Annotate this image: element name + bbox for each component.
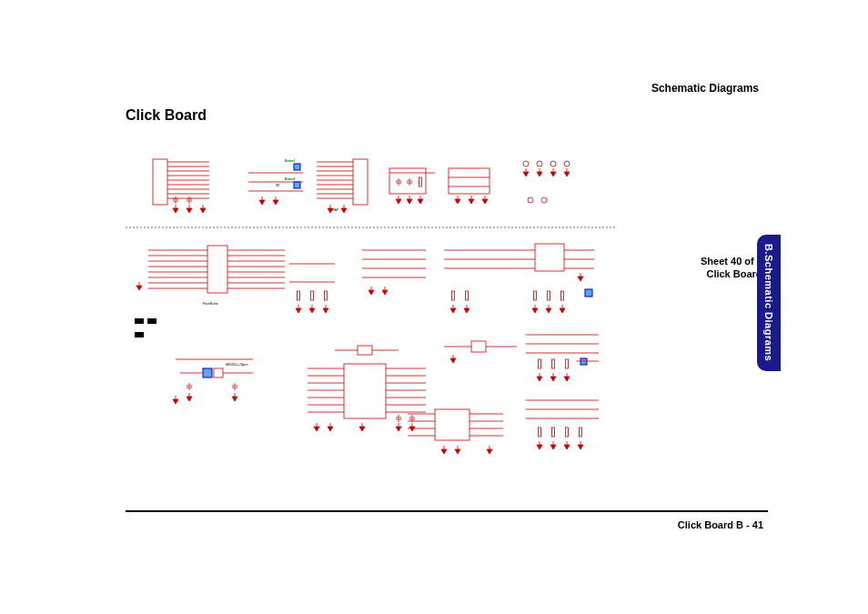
ic-u1: Place/Button [135, 246, 285, 337]
connector-j1 [153, 159, 209, 213]
svg-rect-9 [153, 159, 167, 205]
svg-rect-114 [471, 341, 486, 352]
mounting-holes [523, 161, 570, 203]
ic-u4 [408, 409, 503, 454]
net-block-mid2 [444, 250, 508, 313]
ic-u5 [444, 341, 517, 363]
svg-rect-120 [580, 358, 587, 365]
schematic-diagram: INT Button1 Button2 SWAP [126, 136, 617, 491]
right-cluster-2 [526, 400, 599, 449]
net-block-mid [362, 250, 426, 295]
svg-rect-80 [585, 289, 592, 297]
footer-rule [126, 510, 768, 512]
svg-rect-26 [294, 182, 300, 188]
svg-text:INT: INT [276, 184, 280, 187]
svg-rect-81 [203, 368, 212, 377]
bus-int-block: INT Button1 Button2 SWAP [248, 159, 338, 212]
right-cluster-1 [526, 335, 599, 381]
svg-text:Button2: Button2 [285, 177, 296, 181]
page-title: Click Board [126, 107, 207, 124]
footer-text: Click Board B - 41 [678, 519, 763, 530]
osc-block: HB/5050+/-20ppm [173, 359, 253, 404]
svg-rect-61 [135, 318, 144, 324]
svg-text:Button1: Button1 [285, 159, 296, 163]
section-header: Schematic Diagrams [651, 82, 759, 95]
svg-rect-105 [435, 409, 469, 440]
passive-row-1 [289, 264, 335, 313]
svg-rect-24 [294, 164, 300, 170]
svg-text:Place/Button: Place/Button [203, 302, 218, 306]
schematic-svg: INT Button1 Button2 SWAP [126, 136, 617, 491]
small-ic-top [449, 168, 490, 204]
svg-rect-82 [214, 368, 223, 377]
svg-rect-62 [147, 318, 156, 324]
svg-rect-43 [207, 246, 227, 293]
ic-u2 [508, 244, 594, 313]
svg-rect-40 [449, 168, 490, 194]
svg-rect-28 [353, 159, 368, 205]
rc-filter-block [389, 168, 435, 204]
svg-rect-102 [358, 346, 372, 355]
svg-rect-63 [135, 332, 144, 337]
svg-rect-87 [344, 364, 386, 418]
connector-j2 [317, 159, 368, 213]
section-tab: B.Schematic Diagrams [757, 235, 781, 371]
ic-u3 [308, 346, 426, 431]
svg-rect-73 [535, 244, 564, 271]
svg-text:HB/5050+/-20ppm: HB/5050+/-20ppm [226, 363, 248, 367]
